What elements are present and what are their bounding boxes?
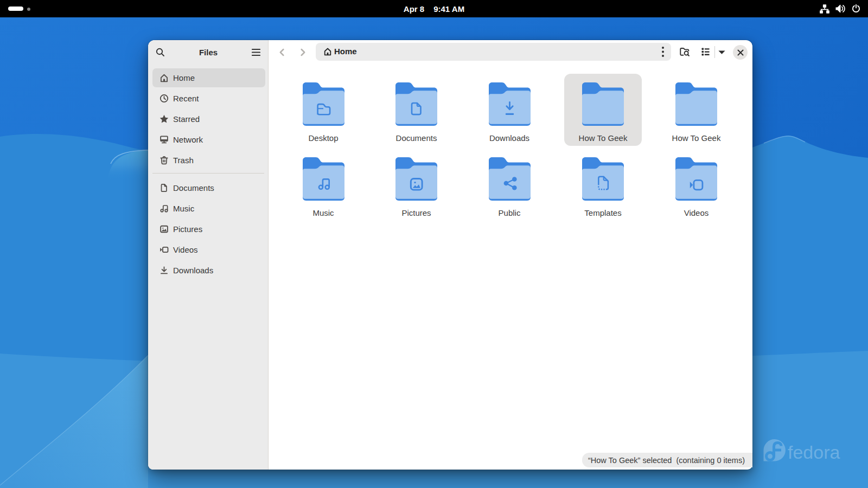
svg-text:fedora: fedora bbox=[788, 442, 840, 463]
